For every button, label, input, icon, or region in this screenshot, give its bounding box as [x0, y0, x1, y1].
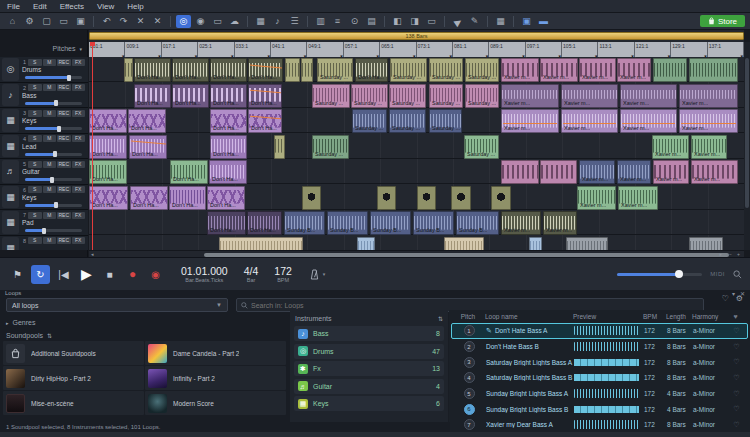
clip[interactable]: Sunday B... [284, 211, 325, 235]
skip-start-button[interactable]: |◀ [54, 265, 73, 284]
horizontal-scrollbar[interactable]: ◂ ▸ − + [89, 250, 744, 257]
column-header-preview[interactable]: Preview [573, 313, 643, 320]
record-mode-icon[interactable]: ◉ [193, 15, 208, 28]
ruler-segment[interactable]: 065:1▾ [380, 42, 416, 57]
column-header-pitch[interactable]: Pitch [451, 313, 485, 320]
playhead[interactable] [92, 42, 93, 250]
gear-icon[interactable]: ⚙ [736, 294, 743, 303]
pitch-badge[interactable]: 4 [464, 372, 475, 383]
track-volume-slider[interactable] [25, 153, 82, 156]
track-header[interactable]: ◎1SMRECFXDrums [0, 57, 88, 83]
screen-bottom-icon[interactable]: ◨ [407, 15, 422, 28]
pitch-badge[interactable]: 1 [464, 325, 475, 336]
pitch-badge[interactable]: 5 [464, 388, 475, 399]
heart-icon[interactable]: ♥ [728, 313, 743, 320]
settings-icon[interactable]: ⚙ [22, 15, 37, 28]
track-header[interactable]: ♬5SMRECFXGuitar [0, 159, 88, 185]
clip[interactable] [274, 135, 285, 159]
ruler-segment[interactable]: 129:1▾ [671, 42, 707, 57]
track-fx-button[interactable]: FX [72, 237, 86, 244]
piano-icon[interactable]: ▥ [313, 15, 328, 28]
track-header[interactable]: ♪2SMRECFXBass [0, 83, 88, 109]
track-m-button[interactable]: M [43, 135, 57, 142]
clip[interactable]: Saturday ... [389, 109, 426, 133]
clip[interactable] [417, 186, 436, 210]
instrument-row[interactable]: ✱Fx13 [294, 361, 444, 376]
clip[interactable]: Don't Ha... [89, 109, 127, 133]
clip[interactable] [540, 160, 577, 184]
track-m-button[interactable]: M [43, 161, 57, 168]
track-m-button[interactable]: M [43, 84, 57, 91]
column-header-length[interactable]: Length [666, 313, 692, 320]
track-fx-button[interactable]: FX [72, 110, 86, 117]
track-s-button[interactable]: S [28, 84, 42, 91]
video-monitor-icon[interactable]: ▭ [424, 15, 439, 28]
clip[interactable]: Don't Ha... [248, 84, 282, 108]
clip[interactable]: Don't Ha... [89, 135, 127, 159]
clip[interactable]: Saturday ... [390, 58, 427, 82]
track-m-button[interactable]: M [43, 110, 57, 117]
clip[interactable] [501, 160, 539, 184]
clip[interactable] [377, 186, 396, 210]
track-rec-button[interactable]: REC [57, 135, 71, 142]
clip[interactable] [689, 58, 738, 82]
clip[interactable]: Saturday ... [465, 84, 499, 108]
object-mode-icon[interactable]: ◎ [176, 15, 191, 28]
clip[interactable]: Don't Ha... [134, 58, 171, 82]
record-button[interactable]: ● [123, 265, 142, 284]
mixer-icon[interactable]: ≡ [330, 15, 345, 28]
track-header[interactable]: ▦6SMRECFXKeys [0, 185, 88, 211]
clip[interactable] [301, 58, 313, 82]
clip[interactable]: Don't Ha... [207, 186, 245, 210]
save-icon[interactable]: ▣ [73, 15, 88, 28]
sort-icon[interactable]: ⇅ [47, 332, 52, 339]
clip[interactable] [566, 237, 608, 251]
clip[interactable]: Saturday ... [352, 109, 387, 133]
track-header[interactable]: ▦3SMRECFXKeys [0, 108, 88, 134]
column-header-harmony[interactable]: Harmony [692, 313, 728, 320]
clip[interactable] [491, 186, 511, 210]
pitch-badge[interactable]: 3 [464, 357, 475, 368]
track-s-button[interactable]: S [28, 212, 42, 219]
clip[interactable] [357, 237, 375, 251]
track-s-button[interactable]: S [28, 237, 42, 244]
track-rec-button[interactable]: REC [57, 212, 71, 219]
clip[interactable]: Saturday ... [465, 58, 499, 82]
screen-top-icon[interactable]: ◧ [390, 15, 405, 28]
timeline-ruler[interactable]: 001:1▾009:1▾017:1▾025:1▾033:1▾041:1▾049:… [89, 42, 744, 57]
track-s-button[interactable]: S [28, 135, 42, 142]
track-s-button[interactable]: S [28, 161, 42, 168]
ruler-segment[interactable]: 033:1▾ [235, 42, 271, 57]
clip[interactable] [285, 58, 300, 82]
ruler-segment[interactable]: 009:1▾ [125, 42, 161, 57]
track-m-button[interactable]: M [43, 212, 57, 219]
track-volume-slider[interactable] [25, 229, 82, 232]
pitches-dropdown[interactable]: Pitches ▾ [53, 45, 82, 52]
ruler-segment[interactable]: 105:1▾ [562, 42, 598, 57]
clip[interactable]: Don't Ha... [134, 84, 171, 108]
favorite-icon[interactable]: ♡ [729, 343, 744, 351]
clip[interactable]: Xavier m... [679, 109, 738, 133]
clip[interactable]: Don't Ha... [129, 135, 167, 159]
ruler-segment[interactable]: 057:1▾ [344, 42, 380, 57]
clips-area[interactable]: Don't Ha...Don't Ha...Don't Ha...Don't H… [89, 57, 744, 250]
store-button[interactable]: Store [700, 15, 745, 27]
clip[interactable]: Don't Ha... [210, 135, 247, 159]
cut-icon[interactable]: ✕ [133, 15, 148, 28]
punch-record-button[interactable]: ◉ [146, 265, 165, 284]
favorite-icon[interactable]: ♡ [729, 358, 744, 366]
ruler-segment[interactable]: 113:1▾ [598, 42, 634, 57]
track-fx-button[interactable]: FX [72, 186, 86, 193]
templates-icon[interactable]: ▤ [364, 15, 379, 28]
clip[interactable]: Xavier m... [577, 186, 616, 210]
clip[interactable]: Xavier m... [620, 109, 677, 133]
clip[interactable]: Don't Ha... [210, 58, 247, 82]
column-header-bpm[interactable]: BPM [643, 313, 666, 320]
track-s-button[interactable]: S [28, 59, 42, 66]
track-fx-button[interactable]: FX [72, 212, 86, 219]
clip[interactable]: Don't Ha... [207, 211, 246, 235]
pitch-badge[interactable]: 2 [464, 341, 475, 352]
ruler-segment[interactable]: 017:1▾ [162, 42, 198, 57]
clip[interactable] [302, 186, 321, 210]
track-volume-slider[interactable] [25, 76, 82, 79]
